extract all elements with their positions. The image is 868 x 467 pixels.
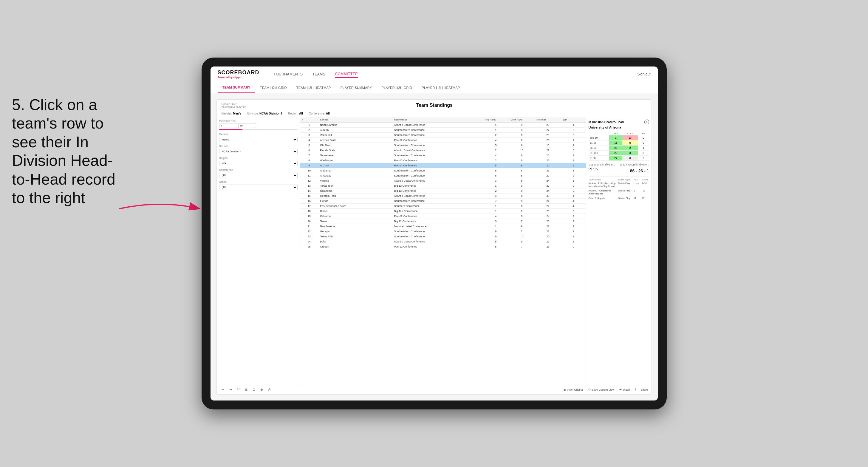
nav-item-teams[interactable]: TEAMS <box>312 71 325 77</box>
watch-button[interactable]: 👁 Watch <box>619 388 630 391</box>
share-icon[interactable]: ⤴ <box>633 387 638 393</box>
conference-select[interactable]: (All) <box>219 173 298 178</box>
table-row[interactable]: 6 Florida State Atlantic Coast Conferenc… <box>300 148 586 153</box>
sub-nav-team-h2h-grid[interactable]: TEAM H2H GRID <box>255 82 291 93</box>
rank-cell: 2 <box>300 128 318 133</box>
outer-container: 5. Click on a team's row to see their In… <box>0 0 868 467</box>
toolbar-icon-5[interactable]: ⏱ <box>267 387 272 393</box>
share-button[interactable]: Share <box>641 388 648 391</box>
save-custom-button[interactable]: ⬡ Save Custom View <box>588 388 614 391</box>
division-select[interactable]: NCAA Division I <box>219 149 298 154</box>
win-cell: 5 <box>561 133 586 138</box>
reg-rank-cell: 5 <box>483 163 509 168</box>
table-row[interactable]: 15 Georgia Tech Atlantic Coast Conferenc… <box>300 193 586 198</box>
sub-nav-player-summary[interactable]: PLAYER SUMMARY <box>336 82 377 93</box>
h2h-opponents-value: 99.1% <box>589 167 598 173</box>
no-rnds-cell: 27 <box>535 239 561 244</box>
min-rounds-input2[interactable] <box>238 123 256 128</box>
tournament-name: Cabo Collegiate <box>589 197 617 200</box>
conf-rank-cell: 8 <box>509 133 535 138</box>
table-row[interactable]: 7 Tennessee Southeastern Conference 4 6 … <box>300 153 586 158</box>
sign-out-button[interactable]: | Sign out <box>636 72 651 76</box>
table-row[interactable]: 22 Georgia Southeastern Conference 8 7 2… <box>300 229 586 234</box>
rank-cell: 11 <box>300 173 318 178</box>
table-row[interactable]: 18 Illinois Big Ten Conference 1 9 26 3 <box>300 209 586 214</box>
table-row[interactable]: 21 New Mexico Mountain West Conference 1… <box>300 224 586 229</box>
reg-rank-cell: 1 <box>483 224 509 229</box>
table-row[interactable]: 8 Washington Pac-12 Conference 2 8 23 1 <box>300 158 586 163</box>
tournament-pos: 11 <box>633 197 641 200</box>
conference-cell: Big 12 Conference <box>393 219 483 224</box>
nav-item-tournaments[interactable]: TOURNAMENTS <box>274 71 303 77</box>
table-row[interactable]: 14 Oklahoma Big 12 Conference 2 9 24 2 <box>300 188 586 193</box>
table-row[interactable]: 19 California Pac-12 Conference 4 8 24 2 <box>300 214 586 219</box>
reg-rank-cell: 9 <box>483 234 509 239</box>
division-section: Division NCAA Division I <box>219 145 298 154</box>
region-select[interactable]: N/A <box>219 161 298 166</box>
h2h-col-tie: Tie <box>638 131 649 135</box>
view-original-button[interactable]: ◉ View: Original <box>563 388 583 391</box>
bottom-toolbar: ↩ ↪ ⬚ ⊞ ⊡ ⊕ ⏱ ◉ View: Original <box>217 385 652 394</box>
table-row[interactable]: 24 Duke Atlantic Coast Conference 5 9 27… <box>300 239 586 244</box>
table-row[interactable]: 20 Texas Big 12 Conference 3 7 20 2 <box>300 219 586 224</box>
region-filter: Region: All <box>288 112 303 115</box>
school-cell: Arizona State <box>318 138 392 143</box>
annotation-text: 5. Click on a team's row to see their In… <box>12 95 125 207</box>
sub-nav-team-h2h-heatmap[interactable]: TEAM H2H HEATMAP <box>291 82 336 93</box>
win-cell: 6 <box>561 128 586 133</box>
col-header-rank: # <box>300 117 318 123</box>
h2h-loss-cell: 2 <box>622 146 638 151</box>
school-cell: Georgia Tech <box>318 193 392 198</box>
h2h-label-cell: >100 <box>589 156 610 161</box>
school-select[interactable]: (All) <box>219 185 298 190</box>
win-cell: 1 <box>561 138 586 143</box>
table-row[interactable]: 3 Vanderbilt Southeastern Conference 2 8… <box>300 133 586 138</box>
school-cell: Texas <box>318 219 392 224</box>
h2h-win-cell: 27 <box>609 156 622 161</box>
table-row[interactable]: 4 Arizona State Pac-12 Conference 4 9 26… <box>300 138 586 143</box>
undo-icon[interactable]: ↩ <box>220 387 226 393</box>
min-rounds-input1[interactable] <box>219 123 237 128</box>
h2h-win-cell: 11 <box>609 141 622 146</box>
table-row[interactable]: 23 Texas A&M Southeastern Conference 9 1… <box>300 234 586 239</box>
toolbar-icon-3[interactable]: ⊡ <box>251 387 257 393</box>
sub-nav-team-summary[interactable]: TEAM SUMMARY <box>218 82 255 93</box>
rank-cell: 3 <box>300 133 318 138</box>
redo-icon[interactable]: ↪ <box>228 387 234 393</box>
conference-cell: Atlantic Coast Conference <box>393 239 483 244</box>
toolbar-icon-2[interactable]: ⊞ <box>244 387 249 393</box>
toolbar-icon-4[interactable]: ⊕ <box>259 387 265 393</box>
table-row[interactable]: 11 Arkansas Southeastern Conference 6 8 … <box>300 173 586 178</box>
table-row[interactable]: 1 North Carolina Atlantic Coast Conferen… <box>300 123 586 128</box>
table-row[interactable]: 25 Oregon Pac-12 Conference 5 7 21 0 <box>300 244 586 249</box>
table-row[interactable]: 17 East Tennessee State Southern Confere… <box>300 204 586 209</box>
table-row[interactable]: 9 Arizona Pac-12 Conference 5 8 20 3 <box>300 163 586 168</box>
sub-nav-player-h2h-grid[interactable]: PLAYER H2H GRID <box>377 82 417 93</box>
h2h-team-name: University of Arizona <box>589 126 649 129</box>
tournament-type: Stroke Play <box>618 189 632 196</box>
table-row[interactable]: 5 Ole Miss Southeastern Conference 3 6 1… <box>300 143 586 148</box>
col-header-school: School <box>318 117 392 123</box>
h2h-win-cell: 20 <box>609 151 622 156</box>
table-row[interactable]: 10 Alabama Southeastern Conference 5 8 2… <box>300 168 586 173</box>
region-section: Region N/A <box>219 157 298 166</box>
table-row[interactable]: 2 Auburn Southeastern Conference 1 3 27 … <box>300 128 586 133</box>
nav-item-committee[interactable]: COMMITTEE <box>335 71 358 78</box>
no-rnds-cell: 23 <box>535 133 561 138</box>
min-rounds-section: Minimum Rou... <box>219 120 298 130</box>
h2h-close-button[interactable]: ✕ <box>644 120 649 124</box>
table-row[interactable]: 16 Florida Southeastern Conference 7 9 2… <box>300 198 586 204</box>
tournament-score: -17 <box>642 189 649 196</box>
table-row[interactable]: 13 Texas Tech Big 12 Conference 1 9 27 2 <box>300 183 586 188</box>
gender-select[interactable]: Men's <box>219 137 298 142</box>
school-label: School <box>219 180 298 183</box>
rank-cell: 17 <box>300 204 318 209</box>
toolbar-icon-1[interactable]: ⬚ <box>236 387 241 393</box>
conf-rank-cell: 8 <box>509 214 535 219</box>
save-icon: ⬡ <box>588 388 591 391</box>
sub-nav-player-h2h-heatmap[interactable]: PLAYER H2H HEATMAP <box>417 82 465 93</box>
table-row[interactable]: 12 Virginia Atlantic Coast Conference 3 … <box>300 178 586 183</box>
conference-cell: Southern Conference <box>393 204 483 209</box>
win-cell: 2 <box>561 188 586 193</box>
conf-rank-cell: 8 <box>509 173 535 178</box>
